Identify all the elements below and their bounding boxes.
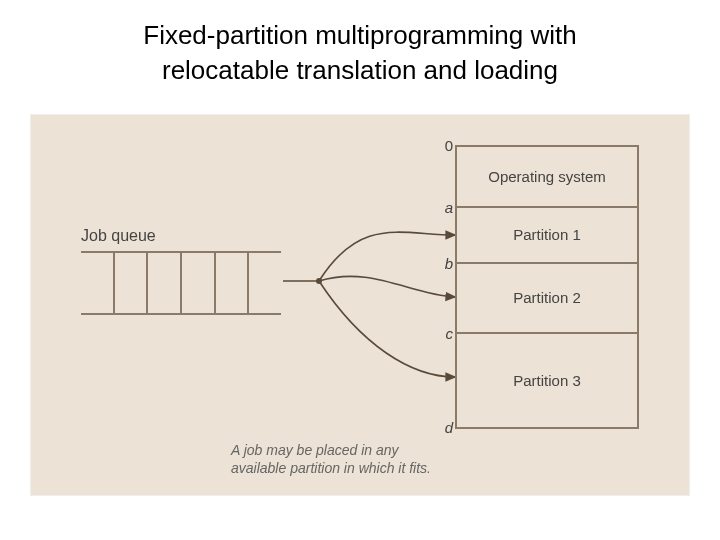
caption-line-2: available partition in which it fits. [231,460,431,476]
queue-slot [81,253,115,313]
addr-d: d [433,419,453,436]
partition-1: Partition 1 [457,208,637,264]
queue-slot [249,253,281,313]
memory-block: Operating system Partition 1 Partition 2… [455,145,639,429]
addr-a: a [433,199,453,216]
page-title: Fixed-partition multiprogramming with re… [0,0,720,94]
title-line-1: Fixed-partition multiprogramming with [143,20,576,50]
caption-line-1: A job may be placed in any [231,442,399,458]
job-queue-label: Job queue [81,227,156,245]
addr-b: b [433,255,453,272]
queue-slot [216,253,250,313]
queue-slot [115,253,149,313]
addr-0: 0 [433,137,453,154]
partition-3: Partition 3 [457,334,637,427]
title-line-2: relocatable translation and loading [162,55,558,85]
diagram-caption: A job may be placed in any available par… [231,441,431,477]
addr-c: c [433,325,453,342]
queue-slot [148,253,182,313]
job-queue [81,251,281,315]
os-segment: Operating system [457,147,637,208]
partition-2: Partition 2 [457,264,637,335]
svg-point-0 [316,278,322,284]
diagram-stage: Job queue Operating system Partition 1 P… [30,114,690,496]
queue-slot [182,253,216,313]
